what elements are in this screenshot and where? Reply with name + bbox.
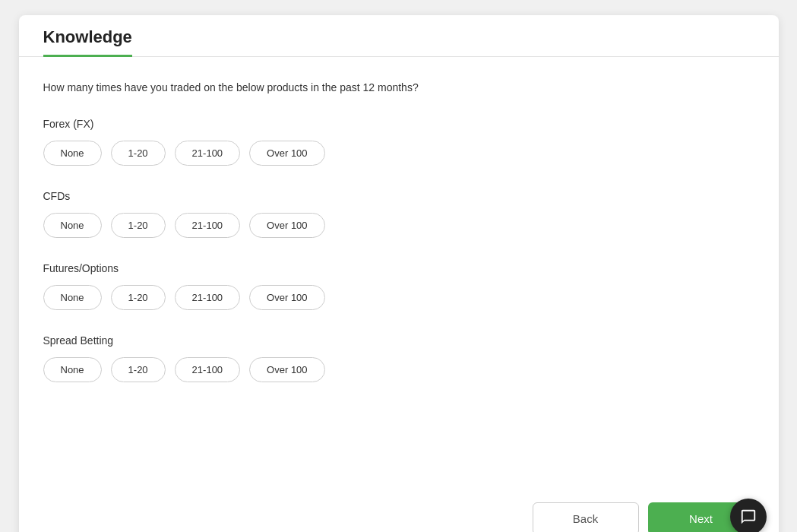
options-row-spread: None1-2021-100Over 100 [43, 357, 754, 382]
question-text: How many times have you traded on the be… [43, 81, 754, 93]
option-btn-cfds-1-20[interactable]: 1-20 [111, 213, 166, 238]
option-btn-forex-none[interactable]: None [43, 141, 102, 166]
product-section-futures: Futures/OptionsNone1-2021-100Over 100 [43, 262, 754, 310]
knowledge-card: Knowledge How many times have you traded… [19, 15, 779, 532]
back-button[interactable]: Back [533, 502, 639, 532]
option-btn-cfds-none[interactable]: None [43, 213, 102, 238]
option-btn-futures-21-100[interactable]: 21-100 [175, 285, 240, 310]
options-row-cfds: None1-2021-100Over 100 [43, 213, 754, 238]
page-title: Knowledge [43, 27, 132, 57]
option-btn-cfds-21-100[interactable]: 21-100 [175, 213, 240, 238]
product-label-cfds: CFDs [43, 190, 754, 202]
product-label-futures: Futures/Options [43, 262, 754, 274]
option-btn-forex-21-100[interactable]: 21-100 [175, 141, 240, 166]
options-row-forex: None1-2021-100Over 100 [43, 141, 754, 166]
option-btn-futures-over-100[interactable]: Over 100 [249, 285, 324, 310]
option-btn-spread-1-20[interactable]: 1-20 [111, 357, 166, 382]
product-label-spread: Spread Betting [43, 334, 754, 347]
option-btn-forex-over-100[interactable]: Over 100 [249, 141, 324, 166]
card-footer: Back Next [19, 490, 779, 532]
option-btn-cfds-over-100[interactable]: Over 100 [249, 213, 324, 238]
card-header: Knowledge [19, 15, 779, 57]
options-row-futures: None1-2021-100Over 100 [43, 285, 754, 310]
option-btn-futures-1-20[interactable]: 1-20 [111, 285, 166, 310]
option-btn-forex-1-20[interactable]: 1-20 [111, 141, 166, 166]
card-body: How many times have you traded on the be… [19, 57, 779, 382]
product-section-spread: Spread BettingNone1-2021-100Over 100 [43, 334, 754, 382]
chat-icon [740, 508, 757, 525]
products-container: Forex (FX)None1-2021-100Over 100CFDsNone… [43, 118, 754, 382]
product-section-forex: Forex (FX)None1-2021-100Over 100 [43, 118, 754, 166]
option-btn-spread-over-100[interactable]: Over 100 [249, 357, 324, 382]
option-btn-spread-none[interactable]: None [43, 357, 102, 382]
chat-bubble-button[interactable] [730, 499, 767, 532]
product-label-forex: Forex (FX) [43, 118, 754, 130]
option-btn-futures-none[interactable]: None [43, 285, 102, 310]
option-btn-spread-21-100[interactable]: 21-100 [175, 357, 240, 382]
product-section-cfds: CFDsNone1-2021-100Over 100 [43, 190, 754, 238]
